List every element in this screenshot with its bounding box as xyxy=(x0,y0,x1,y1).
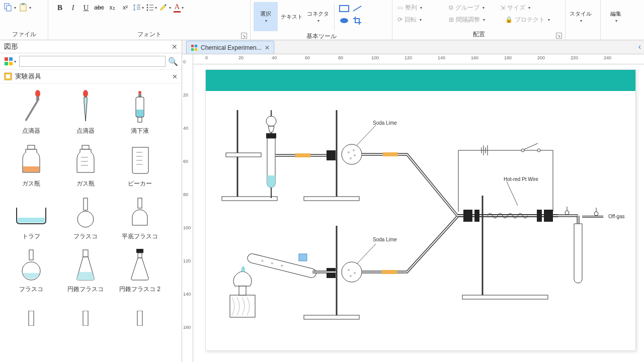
document-tab-bar: Chemical Experimen... ✕ ‹ xyxy=(182,40,644,54)
lock-icon: 🔒 xyxy=(505,16,513,23)
ribbon-toolbar: ファイル B I U abc x₂ x² A フォント ↘ xyxy=(0,0,644,40)
svg-rect-57 xyxy=(266,133,276,138)
search-icon[interactable]: 🔍 xyxy=(168,56,179,67)
font-color-button[interactable]: A xyxy=(173,2,184,13)
bullets-button[interactable] xyxy=(146,2,157,13)
shape-partial-1[interactable] xyxy=(4,298,58,341)
select-tool-button[interactable]: 選択 xyxy=(254,2,278,31)
shape-dropper-2[interactable]: 点滴器 xyxy=(58,86,113,139)
svg-rect-88 xyxy=(544,210,553,222)
shape-conical-flask-1[interactable]: 円錐フラスコ xyxy=(58,245,113,298)
collapse-panel-icon[interactable]: ‹ xyxy=(638,42,641,51)
shape-drip-liquid[interactable]: 滴下液 xyxy=(113,86,167,139)
svg-line-93 xyxy=(524,143,538,149)
svg-rect-45 xyxy=(29,311,34,326)
label-off-gas: Off-gas xyxy=(608,214,625,219)
shapes-panel-title: 図形 xyxy=(4,42,18,51)
crop-button[interactable] xyxy=(352,15,363,26)
svg-rect-47 xyxy=(137,311,142,326)
underline-button[interactable]: U xyxy=(80,2,92,13)
copy-button[interactable] xyxy=(3,2,16,13)
line-spacing-button[interactable] xyxy=(133,2,144,13)
svg-point-6 xyxy=(147,10,148,11)
drawing-sheet[interactable]: Soda Lime Soda Lime Hot-red Pt Wire Off-… xyxy=(205,69,636,351)
shape-grid[interactable]: 点滴器 点滴器 滴下液 ガス瓶 ガス瓶 xyxy=(0,83,182,362)
shape-flask-2[interactable]: フラスコ xyxy=(4,245,58,298)
svg-point-97 xyxy=(594,212,598,216)
style-button[interactable]: スタイル xyxy=(569,2,593,31)
ribbon-group-font: B I U abc x₂ x² A フォント ↘ xyxy=(48,0,251,40)
paste-button[interactable] xyxy=(18,2,31,13)
highlight-button[interactable] xyxy=(159,2,171,13)
arrange-dialog-launcher[interactable]: ↘ xyxy=(556,33,562,39)
shape-category-header[interactable]: 実験器具 ✕ xyxy=(0,70,182,83)
line-shape-button[interactable] xyxy=(352,3,363,14)
shape-category-close[interactable]: ✕ xyxy=(172,73,178,80)
ribbon-label-font: フォント ↘ xyxy=(51,29,247,40)
protect-button[interactable]: 🔒プロテクト xyxy=(505,14,555,25)
italic-button[interactable]: I xyxy=(67,2,78,13)
shape-partial-2[interactable] xyxy=(58,298,113,341)
spacing-icon: ⊞ xyxy=(449,16,454,23)
shapes-panel-close[interactable]: ✕ xyxy=(172,43,178,51)
shape-beaker[interactable]: ビーカー xyxy=(113,139,167,192)
label-pt-wire: Hot-red Pt Wire xyxy=(504,176,538,182)
svg-rect-49 xyxy=(195,45,197,47)
bold-button[interactable]: B xyxy=(54,2,65,13)
svg-rect-39 xyxy=(138,198,142,208)
spacing-button[interactable]: ⊞間隔調整 xyxy=(449,14,499,25)
svg-rect-26 xyxy=(28,145,35,149)
document-icon xyxy=(191,44,198,51)
shape-palette-button[interactable] xyxy=(3,55,17,67)
svg-rect-51 xyxy=(195,48,197,51)
svg-rect-24 xyxy=(136,110,143,117)
shape-trough[interactable]: トラフ xyxy=(4,192,58,245)
size-button[interactable]: ⇲サイズ xyxy=(500,2,545,13)
svg-point-82 xyxy=(350,275,352,277)
shape-dropper-1[interactable]: 点滴器 xyxy=(4,86,58,139)
svg-rect-15 xyxy=(6,74,10,78)
subscript-button[interactable]: x₂ xyxy=(107,2,118,13)
svg-rect-68 xyxy=(383,152,398,156)
sheet-banner xyxy=(206,70,635,91)
ribbon-group-style: スタイル xyxy=(566,0,601,40)
group-button[interactable]: ⧉グループ xyxy=(449,2,494,13)
ellipse-shape-button[interactable] xyxy=(339,15,350,26)
svg-rect-25 xyxy=(138,117,142,122)
shape-flask-1[interactable]: フラスコ xyxy=(58,192,113,245)
svg-rect-84 xyxy=(382,270,397,274)
svg-point-5 xyxy=(147,7,148,9)
shape-gas-bottle-1[interactable]: ガス瓶 xyxy=(4,139,58,192)
canvas[interactable]: Soda Lime Soda Lime Hot-red Pt Wire Off-… xyxy=(193,64,644,362)
text-tool-button[interactable]: テキスト xyxy=(280,2,304,31)
shape-flat-flask[interactable]: 平底フラスコ xyxy=(113,192,167,245)
svg-point-81 xyxy=(354,272,356,274)
svg-point-65 xyxy=(350,157,352,159)
shape-gas-bottle-2[interactable]: ガス瓶 xyxy=(58,139,113,192)
shape-conical-flask-2[interactable]: 円錐フラスコ 2 xyxy=(113,245,167,298)
rotate-button[interactable]: ⟳回転 xyxy=(397,14,443,25)
svg-rect-53 xyxy=(222,197,277,201)
svg-rect-7 xyxy=(340,6,349,12)
connector-tool-button[interactable]: コネクタ xyxy=(306,2,330,31)
superscript-button[interactable]: x² xyxy=(120,2,131,13)
svg-point-21 xyxy=(138,91,141,94)
svg-rect-70 xyxy=(239,286,246,295)
document-tab-close[interactable]: ✕ xyxy=(265,44,270,51)
rect-shape-button[interactable] xyxy=(339,3,350,14)
edit-button[interactable]: 編集 xyxy=(604,2,628,31)
strike-button[interactable]: abc xyxy=(94,2,105,13)
svg-point-80 xyxy=(348,269,350,271)
svg-rect-44 xyxy=(138,253,142,258)
group-icon: ⧉ xyxy=(449,4,453,11)
font-dialog-launcher[interactable]: ↘ xyxy=(241,33,247,39)
svg-rect-11 xyxy=(9,57,13,61)
align-button[interactable]: ▭整列 xyxy=(397,2,443,13)
svg-rect-17 xyxy=(36,97,39,101)
document-tab[interactable]: Chemical Experimen... ✕ xyxy=(186,41,274,54)
shapes-search-input[interactable] xyxy=(19,56,166,67)
svg-rect-87 xyxy=(537,210,542,222)
shape-partial-3[interactable] xyxy=(113,298,167,341)
rotate-icon: ⟳ xyxy=(397,16,403,23)
svg-point-94 xyxy=(537,149,540,152)
